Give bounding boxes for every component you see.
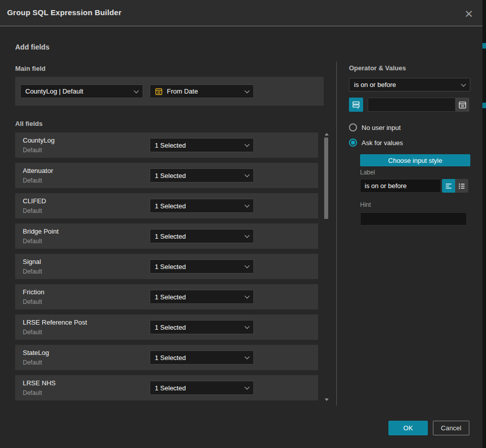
main-field-heading: Main field — [15, 65, 46, 72]
field-row: CLIFED Default 1 Selected — [15, 193, 318, 218]
radio-ask-for-values[interactable]: Ask for values — [349, 139, 403, 147]
field-selected-dropdown[interactable]: 1 Selected — [150, 168, 254, 183]
add-fields-heading: Add fields — [15, 43, 50, 51]
field-name: CLIFED — [23, 197, 46, 205]
field-selected-value: 1 Selected — [155, 263, 186, 271]
main-field-select-value: From Date — [167, 87, 198, 95]
field-row: LRSE NHS Default 1 Selected — [15, 375, 318, 400]
chevron-down-icon — [245, 324, 250, 329]
choose-input-style-button[interactable]: Choose input style — [360, 154, 470, 166]
field-sublabel: Default — [23, 298, 42, 305]
field-selected-dropdown[interactable]: 1 Selected — [150, 320, 254, 334]
field-row: Attenuator Default 1 Selected — [15, 163, 318, 188]
field-name: CountyLog — [23, 137, 55, 144]
radio-selected-icon — [349, 139, 357, 147]
field-name: Attenuator — [23, 167, 53, 174]
chevron-down-icon — [245, 354, 250, 360]
chevron-down-icon — [245, 263, 250, 268]
app-edge-strip — [482, 0, 486, 448]
chevron-down-icon — [245, 385, 250, 390]
chevron-down-icon — [245, 142, 250, 147]
chevron-down-icon — [245, 172, 250, 177]
field-sublabel: Default — [23, 329, 42, 336]
bulleted-list-icon — [458, 182, 466, 190]
chevron-down-icon — [245, 233, 250, 238]
field-sublabel: Default — [23, 207, 42, 214]
field-row: Friction Default 1 Selected — [15, 284, 318, 309]
field-selected-dropdown[interactable]: 1 Selected — [150, 259, 254, 274]
cancel-button[interactable]: Cancel — [433, 421, 469, 435]
date-picker-calendar-icon — [458, 101, 467, 109]
field-sublabel: Default — [23, 268, 42, 275]
field-selected-value: 1 Selected — [155, 172, 186, 180]
field-selected-dropdown[interactable]: 1 Selected — [150, 229, 254, 243]
label-input[interactable] — [360, 179, 441, 193]
field-selected-dropdown[interactable]: 1 Selected — [150, 290, 254, 304]
radio-unselected-icon — [349, 123, 357, 131]
align-left-icon — [445, 182, 453, 190]
main-field-panel: CountyLog | Default From Date — [15, 77, 324, 106]
close-button[interactable]: ✕ — [461, 6, 476, 21]
operator-select[interactable]: is on or before — [349, 78, 470, 92]
field-sublabel: Default — [23, 238, 42, 245]
field-row: Bridge Point Default 1 Selected — [15, 223, 318, 249]
value-input[interactable] — [368, 98, 456, 112]
chevron-down-icon — [134, 88, 139, 93]
scroll-up-icon[interactable] — [325, 133, 329, 136]
field-selected-value: 1 Selected — [155, 202, 186, 210]
chevron-down-icon — [245, 203, 250, 208]
field-name: LRSE Reference Post — [23, 319, 87, 326]
radio-label: Ask for values — [362, 139, 403, 147]
field-sublabel: Default — [23, 389, 42, 396]
radio-label: No user input — [362, 124, 401, 131]
close-icon: ✕ — [464, 9, 473, 19]
radio-no-user-input[interactable]: No user input — [349, 123, 401, 131]
field-selected-dropdown[interactable]: 1 Selected — [150, 199, 254, 213]
field-row: CountyLog Default 1 Selected — [15, 132, 318, 158]
date-picker-button[interactable] — [455, 98, 469, 112]
app-edge-fragment — [482, 103, 486, 108]
operator-select-value: is on or before — [354, 81, 396, 88]
scrollbar[interactable] — [324, 132, 329, 402]
field-sublabel: Default — [23, 147, 42, 154]
scroll-down-icon[interactable] — [325, 398, 329, 401]
field-selected-value: 1 Selected — [155, 293, 186, 301]
field-row: LRSE Reference Post Default 1 Selected — [15, 315, 318, 340]
field-selected-value: 1 Selected — [155, 354, 186, 362]
field-name: StateLog — [23, 349, 49, 356]
values-source-button[interactable] — [349, 98, 363, 112]
operator-values-heading: Operator & Values — [349, 64, 406, 72]
calendar-icon — [155, 87, 163, 96]
field-selected-dropdown[interactable]: 1 Selected — [150, 138, 254, 152]
scrollbar-thumb[interactable] — [324, 138, 328, 219]
field-row: Signal Default 1 Selected — [15, 254, 318, 279]
field-name: LRSE NHS — [23, 379, 56, 387]
field-name: Signal — [23, 258, 41, 265]
field-sublabel: Default — [23, 177, 42, 184]
dialog-title: Group SQL Expression Builder — [7, 8, 121, 17]
field-selected-dropdown[interactable]: 1 Selected — [150, 381, 254, 395]
field-selected-dropdown[interactable]: 1 Selected — [150, 350, 254, 365]
hint-input[interactable] — [360, 212, 467, 226]
field-selected-value: 1 Selected — [155, 324, 186, 331]
hint-caption: Hint — [360, 201, 371, 208]
main-field-select[interactable]: From Date — [150, 84, 254, 98]
chevron-down-icon — [245, 294, 250, 299]
field-sublabel: Default — [23, 359, 42, 366]
chevron-down-icon — [461, 81, 466, 86]
field-name: Bridge Point — [23, 228, 59, 235]
field-selected-value: 1 Selected — [155, 142, 186, 149]
field-name: Friction — [23, 288, 45, 296]
layer-select[interactable]: CountyLog | Default — [20, 84, 143, 98]
label-caption: Label — [360, 169, 375, 176]
field-selected-value: 1 Selected — [155, 233, 186, 240]
values-list-icon — [351, 100, 361, 109]
ok-button[interactable]: OK — [388, 421, 428, 435]
bulleted-list-style-button[interactable] — [455, 179, 468, 193]
field-row: StateLog Default 1 Selected — [15, 345, 318, 370]
all-fields-list: CountyLog Default 1 Selected Attenuator … — [15, 132, 318, 406]
title-bar: Group SQL Expression Builder ✕ — [0, 0, 482, 26]
app-edge-fragment — [482, 43, 486, 49]
layer-select-value: CountyLog | Default — [25, 87, 83, 95]
align-left-style-button[interactable] — [442, 179, 455, 193]
